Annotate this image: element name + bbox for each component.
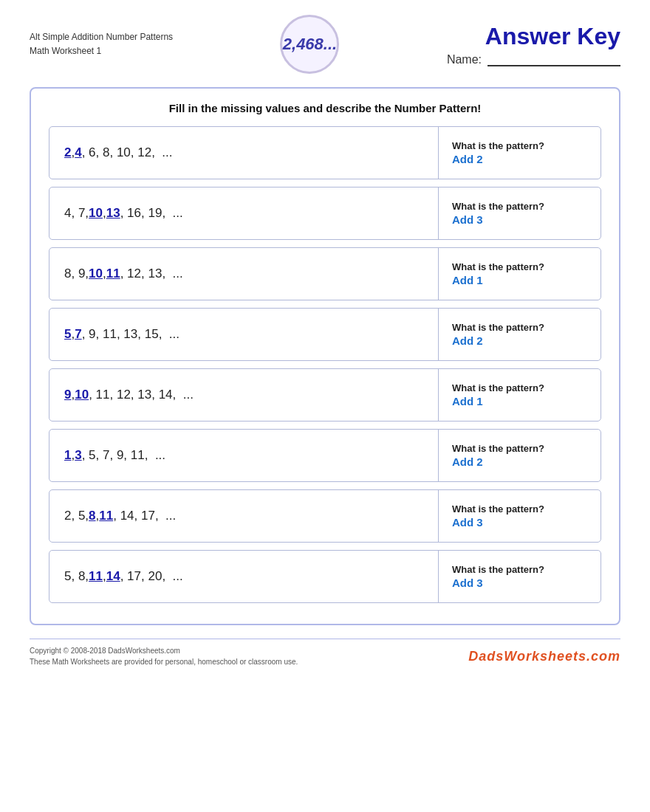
logo-area: 2,468... [280, 15, 339, 74]
sequence-3: 8, 9, 10 , 11 , 12, 13, ... [49, 255, 438, 293]
pattern-answer-6: Add 2 [452, 455, 587, 468]
worksheet-title-line1: Alt Simple Addition Number Patterns [30, 30, 173, 44]
pattern-answer-2: Add 3 [452, 213, 587, 226]
pattern-section-5: What is the pattern?Add 1 [438, 369, 601, 421]
header: Alt Simple Addition Number Patterns Math… [30, 15, 620, 74]
pattern-label-4: What is the pattern? [452, 322, 587, 333]
footer: Copyright © 2008-2018 DadsWorksheets.com… [30, 639, 620, 667]
pattern-section-4: What is the pattern?Add 2 [438, 309, 601, 360]
footer-usage: These Math Worksheets are provided for p… [30, 656, 298, 667]
sequence-1: 2 , 4 , 6, 8, 10, 12, ... [49, 134, 438, 172]
footer-logo-text: DadsWorksheets.com [468, 649, 620, 664]
pattern-answer-4: Add 2 [452, 334, 587, 347]
logo-text: 2,468... [283, 35, 337, 54]
name-label: Name: [447, 53, 482, 66]
problem-row-4: 5 , 7 , 9, 11, 13, 15, ...What is the pa… [49, 308, 601, 361]
name-line: Name: [447, 53, 620, 66]
page: Alt Simple Addition Number Patterns Math… [0, 0, 650, 812]
sequence-4: 5 , 7 , 9, 11, 13, 15, ... [49, 315, 438, 354]
pattern-section-1: What is the pattern?Add 2 [438, 127, 601, 179]
pattern-label-3: What is the pattern? [452, 261, 587, 272]
problem-row-2: 4, 7, 10 , 13 , 16, 19, ...What is the p… [49, 187, 601, 240]
pattern-section-8: What is the pattern?Add 3 [438, 551, 601, 602]
pattern-section-2: What is the pattern?Add 3 [438, 187, 601, 239]
header-right: Answer Key Name: [447, 23, 620, 66]
sequence-6: 1 , 3 , 5, 7, 9, 11, ... [49, 436, 438, 475]
footer-logo: DadsWorksheets.com [468, 649, 620, 664]
worksheet-instruction: Fill in the missing values and describe … [49, 102, 601, 114]
pattern-label-8: What is the pattern? [452, 564, 587, 575]
problems-container: 2 , 4 , 6, 8, 10, 12, ...What is the pat… [49, 126, 601, 603]
pattern-answer-7: Add 3 [452, 516, 587, 529]
problem-row-7: 2, 5, 8 , 11 , 14, 17, ...What is the pa… [49, 489, 601, 543]
pattern-section-7: What is the pattern?Add 3 [438, 490, 601, 542]
header-title: Alt Simple Addition Number Patterns Math… [30, 30, 173, 58]
sequence-5: 9 , 10 , 11, 12, 13, 14, ... [49, 376, 438, 414]
pattern-label-7: What is the pattern? [452, 503, 587, 515]
sequence-2: 4, 7, 10 , 13 , 16, 19, ... [49, 194, 438, 233]
pattern-answer-5: Add 1 [452, 395, 587, 407]
answer-key-label: Answer Key [485, 23, 620, 50]
name-underline [488, 53, 620, 66]
pattern-label-1: What is the pattern? [452, 140, 587, 151]
worksheet-box: Fill in the missing values and describe … [30, 87, 620, 625]
problem-row-5: 9 , 10 , 11, 12, 13, 14, ...What is the … [49, 368, 601, 422]
pattern-section-6: What is the pattern?Add 2 [438, 430, 601, 481]
pattern-answer-8: Add 3 [452, 577, 587, 589]
problem-row-8: 5, 8, 11 , 14 , 17, 20, ...What is the p… [49, 550, 601, 603]
sequence-8: 5, 8, 11 , 14 , 17, 20, ... [49, 557, 438, 596]
pattern-label-5: What is the pattern? [452, 382, 587, 393]
sequence-7: 2, 5, 8 , 11 , 14, 17, ... [49, 497, 438, 535]
pattern-section-3: What is the pattern?Add 1 [438, 248, 601, 300]
pattern-answer-1: Add 2 [452, 153, 587, 165]
problem-row-3: 8, 9, 10 , 11 , 12, 13, ...What is the p… [49, 247, 601, 300]
pattern-label-2: What is the pattern? [452, 201, 587, 212]
pattern-answer-3: Add 1 [452, 274, 587, 286]
footer-left: Copyright © 2008-2018 DadsWorksheets.com… [30, 645, 298, 667]
problem-row-6: 1 , 3 , 5, 7, 9, 11, ...What is the patt… [49, 429, 601, 482]
pattern-label-6: What is the pattern? [452, 443, 587, 454]
worksheet-title-line2: Math Worksheet 1 [30, 44, 173, 58]
footer-copyright: Copyright © 2008-2018 DadsWorksheets.com [30, 645, 298, 656]
problem-row-1: 2 , 4 , 6, 8, 10, 12, ...What is the pat… [49, 126, 601, 179]
logo-circle: 2,468... [280, 15, 339, 74]
